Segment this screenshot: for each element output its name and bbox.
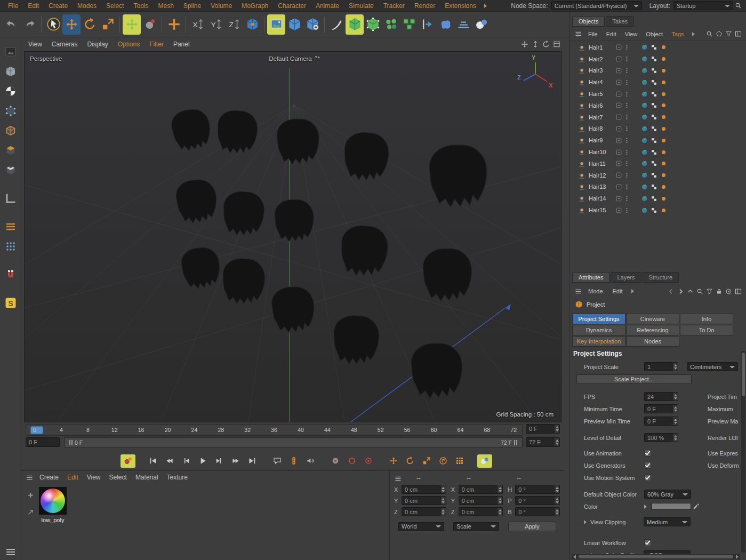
visibility-dots-icon[interactable] bbox=[623, 160, 630, 167]
rotation-input-b[interactable]: 0 ° bbox=[515, 507, 560, 516]
render-picture-viewer-button[interactable] bbox=[285, 14, 303, 35]
menu-tracker[interactable]: Tracker bbox=[379, 2, 410, 10]
material-tag-icon[interactable] bbox=[660, 67, 667, 74]
keyframe-track-button[interactable] bbox=[286, 454, 301, 468]
live-selection-tool[interactable] bbox=[44, 14, 62, 35]
material-tag-icon[interactable] bbox=[660, 149, 667, 156]
color-swatch[interactable] bbox=[652, 503, 691, 510]
material-menu-material[interactable]: Material bbox=[131, 474, 163, 481]
uvw-tag-icon[interactable] bbox=[651, 55, 657, 62]
texture-tag-icon[interactable] bbox=[641, 67, 648, 74]
rotation-input-h[interactable]: 0 ° bbox=[515, 485, 560, 494]
metaball-button[interactable] bbox=[436, 14, 454, 35]
viewport-canvas[interactable]: Y Z X bbox=[25, 52, 561, 422]
range-start-field[interactable]: 0 F bbox=[26, 437, 60, 447]
rotation-input-p[interactable]: 0 ° bbox=[515, 496, 560, 505]
preview-range-slider[interactable]: 0 F 72 F bbox=[64, 437, 523, 448]
attr-tab-info[interactable]: Info bbox=[680, 314, 733, 324]
viewport-view-label[interactable]: Perspective bbox=[30, 55, 62, 62]
uvw-tag-icon[interactable] bbox=[651, 125, 657, 132]
hair-model[interactable] bbox=[222, 190, 266, 237]
layer-toggle-icon[interactable] bbox=[615, 91, 622, 98]
visibility-dots-icon[interactable] bbox=[623, 67, 630, 74]
hair-model[interactable] bbox=[277, 119, 319, 164]
record-objects-button[interactable] bbox=[121, 454, 135, 468]
menu-render[interactable]: Render bbox=[410, 2, 440, 10]
uvw-tag-icon[interactable] bbox=[651, 102, 657, 109]
menu-file[interactable]: File bbox=[3, 2, 23, 10]
new-material-button[interactable] bbox=[26, 490, 35, 500]
stepper[interactable] bbox=[554, 508, 559, 516]
lock-z-axis-button[interactable]: Z bbox=[225, 14, 243, 35]
use-motion-system-checkbox[interactable] bbox=[644, 474, 651, 481]
minimum-time-input[interactable]: 0 F bbox=[644, 404, 678, 413]
object-row-hair2[interactable]: Hair2 bbox=[570, 53, 746, 65]
hair-model[interactable] bbox=[180, 246, 222, 290]
hair-model[interactable] bbox=[271, 286, 315, 333]
floor-button[interactable] bbox=[454, 14, 472, 35]
input-color-profile-expand-arrow[interactable] bbox=[584, 553, 587, 554]
hair-model[interactable] bbox=[332, 315, 380, 365]
filter-icon[interactable] bbox=[724, 29, 733, 39]
layer-toggle-icon[interactable] bbox=[615, 55, 622, 62]
render-view-button[interactable] bbox=[267, 14, 285, 35]
goto-start-button[interactable] bbox=[146, 454, 161, 468]
panel-menu-icon[interactable] bbox=[2, 544, 19, 560]
object-row-hair13[interactable]: Hair13 bbox=[570, 181, 746, 193]
record-button[interactable] bbox=[328, 454, 343, 468]
object-row-hair5[interactable]: Hair5 bbox=[570, 88, 746, 100]
uvw-tag-icon[interactable] bbox=[651, 44, 657, 51]
range-left-grip[interactable] bbox=[69, 440, 73, 445]
texture-tag-icon[interactable] bbox=[641, 125, 648, 132]
stepper[interactable] bbox=[554, 438, 559, 446]
menu-edit[interactable]: Edit bbox=[23, 2, 44, 10]
material-item[interactable]: low_poly bbox=[37, 487, 68, 523]
axis-mode-button[interactable] bbox=[2, 162, 19, 178]
next-frame-button[interactable] bbox=[212, 454, 227, 468]
attr-tab-cineware[interactable]: Cineware bbox=[626, 314, 679, 324]
hair-model[interactable] bbox=[429, 145, 486, 207]
apply-button[interactable]: Apply bbox=[508, 522, 556, 531]
use-animation-checkbox[interactable] bbox=[644, 450, 651, 457]
layer-toggle-icon[interactable] bbox=[615, 207, 622, 214]
size-input-z[interactable]: 0 cm bbox=[459, 507, 503, 516]
new-panel-icon[interactable] bbox=[733, 29, 743, 39]
uvw-tag-icon[interactable] bbox=[651, 91, 657, 98]
project-scale-input[interactable]: 1 bbox=[644, 362, 678, 371]
material-tag-icon[interactable] bbox=[660, 160, 667, 167]
color-picker-button[interactable] bbox=[691, 502, 701, 511]
attr-tab-nodes[interactable]: Nodes bbox=[626, 336, 679, 347]
stepper[interactable] bbox=[497, 497, 502, 505]
history-back-icon[interactable] bbox=[666, 286, 676, 296]
key-pla-button[interactable] bbox=[452, 454, 467, 468]
layer-toggle-icon[interactable] bbox=[615, 149, 622, 156]
object-row-hair6[interactable]: Hair6 bbox=[570, 100, 746, 111]
range-right-grip[interactable] bbox=[514, 440, 517, 445]
zoom-view-icon[interactable] bbox=[530, 39, 541, 50]
hair-model[interactable] bbox=[275, 199, 314, 241]
material-menu-create[interactable]: Create bbox=[35, 474, 63, 481]
object-menu-file[interactable]: File bbox=[584, 31, 602, 37]
undo-button[interactable] bbox=[2, 14, 20, 35]
viewport-menu-cameras[interactable]: Cameras bbox=[47, 41, 83, 48]
hair-model[interactable] bbox=[175, 178, 218, 224]
attr-tab-referencing[interactable]: Referencing bbox=[626, 325, 679, 335]
coordinate-system-button[interactable] bbox=[243, 14, 261, 35]
uvw-tag-icon[interactable] bbox=[651, 195, 657, 202]
playhead[interactable] bbox=[30, 426, 43, 434]
texture-mode-button[interactable] bbox=[2, 83, 19, 99]
viewport-menu-view[interactable]: View bbox=[23, 41, 47, 48]
uvw-tag-icon[interactable] bbox=[651, 137, 657, 144]
search-icon[interactable] bbox=[695, 286, 704, 296]
lock-y-axis-button[interactable]: Y bbox=[207, 14, 225, 35]
lock-x-axis-button[interactable]: X bbox=[189, 14, 207, 35]
linear-workflow-checkbox[interactable] bbox=[644, 539, 651, 546]
workplane-button[interactable] bbox=[2, 190, 19, 206]
object-row-hair12[interactable]: Hair12 bbox=[570, 170, 746, 181]
key-parameter-button[interactable]: P bbox=[436, 454, 451, 468]
key-position-button[interactable] bbox=[386, 454, 401, 468]
visibility-dots-icon[interactable] bbox=[623, 195, 630, 202]
material-menu-texture[interactable]: Texture bbox=[163, 474, 192, 481]
model-mode-button[interactable] bbox=[2, 63, 19, 79]
stepper[interactable] bbox=[554, 497, 559, 505]
